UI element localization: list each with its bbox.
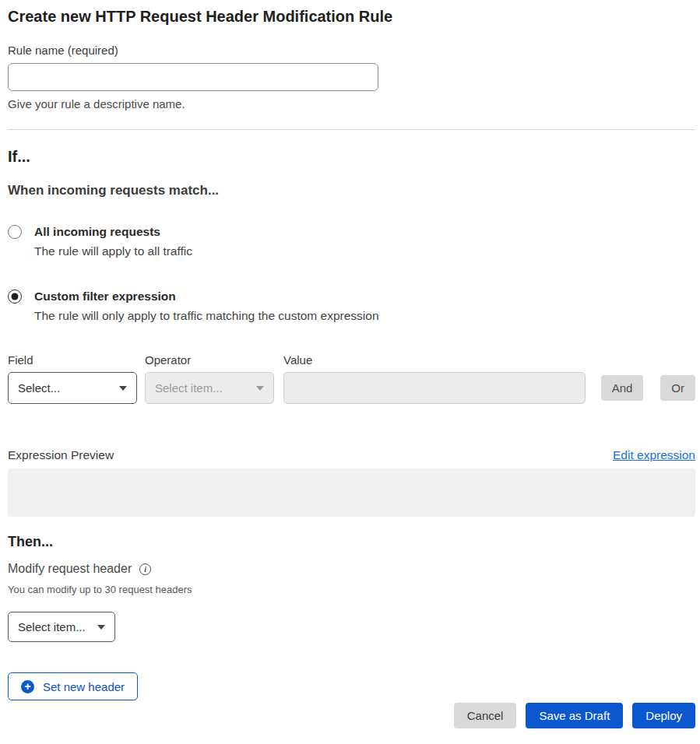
create-rule-form: Create new HTTP Request Header Modificat… — [0, 0, 700, 744]
value-label: Value — [283, 354, 586, 366]
section-divider — [8, 129, 695, 130]
expression-builder-row: Field Select... Operator Select item... … — [8, 354, 695, 404]
header-action-select-value: Select item... — [18, 620, 86, 633]
info-icon[interactable]: i — [139, 563, 151, 575]
option-label[interactable]: All incoming requests — [34, 225, 192, 238]
set-new-header-button[interactable]: + Set new header — [8, 672, 138, 700]
chevron-down-icon — [119, 386, 127, 391]
if-heading: If... — [8, 149, 695, 165]
radio-all-incoming-requests[interactable] — [8, 225, 22, 239]
option-label[interactable]: Custom filter expression — [34, 290, 379, 303]
chevron-down-icon — [256, 386, 264, 391]
then-heading: Then... — [8, 535, 695, 549]
footer-actions: Cancel Save as Draft Deploy — [8, 703, 695, 728]
modify-header-label: Modify request header — [8, 562, 132, 576]
plus-icon: + — [21, 680, 34, 693]
cancel-button[interactable]: Cancel — [454, 703, 517, 728]
or-button[interactable]: Or — [660, 375, 695, 401]
expression-preview-header: Expression Preview Edit expression — [8, 448, 695, 462]
chevron-down-icon — [97, 625, 105, 630]
expression-preview-box — [8, 469, 695, 517]
page-title: Create new HTTP Request Header Modificat… — [8, 8, 695, 25]
and-button[interactable]: And — [601, 375, 644, 401]
field-select-value: Select... — [18, 381, 60, 395]
value-input — [283, 372, 586, 404]
operator-label: Operator — [145, 354, 274, 366]
option-all-incoming-requests[interactable]: All incoming requests The rule will appl… — [8, 225, 695, 258]
modify-header-row: Modify request header i — [8, 562, 695, 576]
operator-select: Select item... — [145, 372, 274, 404]
save-as-draft-button[interactable]: Save as Draft — [526, 703, 623, 728]
match-subheading: When incoming requests match... — [8, 184, 695, 198]
modify-header-help: You can modify up to 30 request headers — [8, 584, 695, 595]
deploy-button[interactable]: Deploy — [632, 703, 695, 728]
rule-name-label: Rule name (required) — [8, 44, 695, 56]
edit-expression-link[interactable]: Edit expression — [613, 448, 695, 462]
option-description: The rule will apply to all traffic — [34, 244, 192, 258]
expression-preview-label: Expression Preview — [8, 448, 114, 462]
rule-name-help: Give your rule a descriptive name. — [8, 98, 695, 110]
set-new-header-label: Set new header — [43, 680, 125, 693]
rule-name-input[interactable] — [8, 63, 378, 91]
header-action-select[interactable]: Select item... — [8, 612, 115, 642]
radio-custom-filter-expression[interactable] — [8, 290, 22, 304]
field-label: Field — [8, 354, 137, 366]
option-custom-filter-expression[interactable]: Custom filter expression The rule will o… — [8, 290, 695, 322]
field-select[interactable]: Select... — [8, 372, 137, 404]
operator-select-value: Select item... — [155, 381, 223, 395]
option-description: The rule will only apply to traffic matc… — [34, 309, 379, 322]
